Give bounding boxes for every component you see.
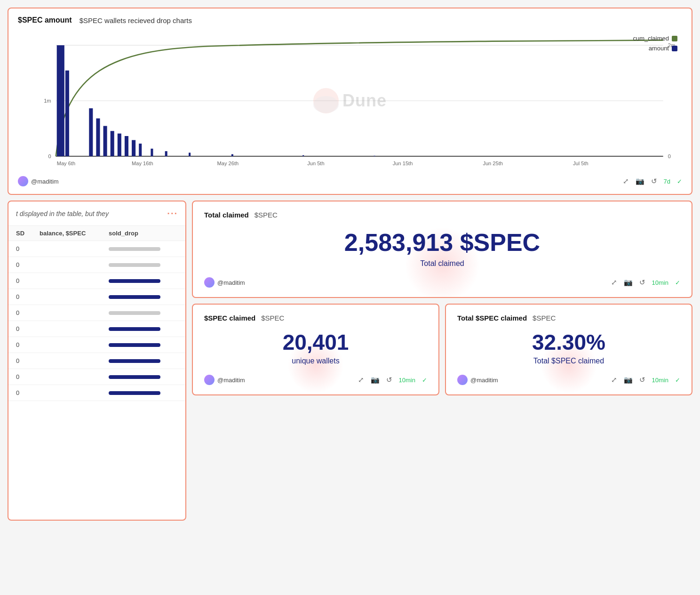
check-icon: ✓	[677, 178, 682, 185]
svg-rect-10	[96, 119, 100, 156]
svg-text:Jul 5th: Jul 5th	[573, 161, 589, 166]
svg-rect-21	[302, 155, 304, 156]
check-icon: ✓	[675, 377, 680, 384]
spec-claimed-actions: ⤢ 📷 ↺ 10min ✓	[358, 376, 427, 384]
stat-row: $SPEC claimed $SPEC 20,401 unique wallet…	[192, 304, 692, 395]
table-notice: t displayed in the table, but they	[16, 210, 109, 217]
legend-amount-label: amount	[649, 45, 669, 52]
svg-rect-19	[189, 153, 191, 156]
chart-footer: @maditim ⤢ 📷 ↺ 7d ✓	[18, 176, 682, 186]
total-claimed-footer: @maditim ⤢ 📷 ↺ 10min ✓	[204, 277, 680, 288]
avatar	[204, 375, 215, 385]
svg-rect-9	[89, 108, 93, 156]
bottom-row: t displayed in the table, but they ··· S…	[8, 201, 692, 521]
svg-rect-13	[118, 134, 121, 156]
svg-rect-7	[57, 45, 64, 156]
table-row: 0	[8, 273, 185, 289]
svg-rect-15	[132, 140, 135, 156]
table-row: 0	[8, 241, 185, 257]
total-claimed-value: 2,583,913 $SPEC	[204, 228, 680, 257]
table-columns: SD balance, $SPEC sold_drop	[8, 226, 185, 241]
total-spec-claimed-title: Total $SPEC claimed	[457, 314, 527, 322]
svg-rect-8	[65, 71, 69, 156]
check-icon: ✓	[675, 279, 680, 286]
right-col: Total claimed $SPEC 2,583,913 $SPEC Tota…	[192, 201, 692, 395]
total-spec-claimed-header: Total $SPEC claimed $SPEC	[457, 314, 680, 322]
spec-claimed-unit: $SPEC	[261, 314, 284, 322]
total-spec-claimed-label: Total $SPEC claimed	[457, 357, 680, 365]
table-card-header: t displayed in the table, but they ···	[8, 201, 185, 226]
svg-text:May 6th: May 6th	[57, 161, 75, 166]
svg-rect-18	[165, 151, 167, 156]
refresh-icon[interactable]: ↺	[386, 376, 392, 384]
svg-rect-17	[151, 149, 153, 156]
col-sold-drop: sold_drop	[109, 230, 178, 237]
svg-text:Jun 5th: Jun 5th	[307, 161, 324, 166]
bar-blue	[109, 343, 160, 347]
share-icon[interactable]: ⤢	[358, 376, 364, 384]
chart-area: 1m 0 2m 0	[18, 30, 682, 171]
svg-rect-14	[125, 136, 128, 156]
total-claimed-author-name: @maditim	[217, 279, 245, 286]
total-spec-claimed-value: 32.30%	[457, 330, 680, 355]
avatar	[204, 277, 215, 288]
total-spec-claimed-author: @maditim	[457, 375, 498, 385]
svg-rect-22	[374, 156, 375, 156]
svg-text:May 16th: May 16th	[132, 161, 153, 166]
refresh-icon[interactable]: ↺	[639, 376, 645, 384]
table-row: 0	[8, 289, 185, 305]
svg-text:Jun 25th: Jun 25th	[483, 161, 503, 166]
table-row: 0	[8, 337, 185, 353]
chart-author: @maditim	[18, 176, 59, 186]
spec-claimed-title: $SPEC claimed	[204, 314, 255, 322]
refresh-icon[interactable]: ↺	[639, 278, 645, 287]
chart-header: $SPEC amount $SPEC wallets recieved drop…	[18, 16, 682, 24]
chart-author-name: @maditim	[31, 178, 59, 185]
table-row: 0	[8, 353, 185, 369]
total-spec-claimed-card: Total $SPEC claimed $SPEC 32.30% Total $…	[445, 304, 692, 395]
camera-icon[interactable]: 📷	[624, 278, 633, 287]
svg-text:Jun 15th: Jun 15th	[393, 161, 413, 166]
spec-claimed-label: unique wallets	[204, 357, 427, 365]
camera-icon[interactable]: 📷	[624, 376, 633, 384]
bar-blue	[109, 375, 160, 379]
chart-svg: 1m 0 2m 0	[18, 30, 682, 171]
total-claimed-author: @maditim	[204, 277, 245, 288]
table-card: t displayed in the table, but they ··· S…	[8, 201, 186, 521]
svg-rect-16	[139, 144, 142, 156]
spec-claimed-card: $SPEC claimed $SPEC 20,401 unique wallet…	[192, 304, 439, 395]
spec-claimed-value: 20,401	[204, 330, 427, 355]
time-badge: 7d	[664, 178, 670, 185]
refresh-icon[interactable]: ↺	[651, 177, 657, 185]
share-icon[interactable]: ⤢	[611, 376, 617, 384]
bar-blue	[109, 295, 160, 299]
total-claimed-header: Total claimed $SPEC	[204, 211, 680, 219]
svg-text:May 26th: May 26th	[217, 161, 239, 166]
share-icon[interactable]: ⤢	[611, 278, 617, 287]
legend-cum-claimed-label: cum_claimed	[633, 35, 669, 42]
camera-icon[interactable]: 📷	[636, 177, 644, 185]
bar-blue	[109, 359, 160, 363]
share-icon[interactable]: ⤢	[623, 177, 629, 185]
legend-amount: amount	[633, 45, 677, 52]
chart-title-light: $SPEC wallets recieved drop charts	[80, 16, 192, 24]
table-row: 0	[8, 385, 185, 401]
svg-text:0: 0	[668, 153, 671, 159]
svg-rect-11	[103, 126, 107, 156]
spec-claimed-footer: @maditim ⤢ 📷 ↺ 10min ✓	[204, 375, 427, 385]
table-dots-button[interactable]: ···	[167, 208, 178, 219]
col-sd: SD	[16, 230, 40, 237]
spec-claimed-header: $SPEC claimed $SPEC	[204, 314, 427, 322]
spec-claimed-author: @maditim	[204, 375, 245, 385]
total-spec-claimed-author-name: @maditim	[470, 377, 498, 384]
time-badge: 10min	[652, 377, 668, 384]
spec-claimed-author-name: @maditim	[217, 377, 245, 384]
chart-legend: cum_claimed amount	[633, 35, 677, 52]
chart-title-bold: $SPEC amount	[18, 16, 72, 24]
svg-rect-12	[111, 131, 114, 156]
col-balance: balance, $SPEC	[40, 230, 109, 237]
table-row: 0	[8, 257, 185, 273]
camera-icon[interactable]: 📷	[371, 376, 380, 384]
dashboard: $SPEC amount $SPEC wallets recieved drop…	[8, 8, 692, 521]
bar-gray	[109, 311, 160, 315]
